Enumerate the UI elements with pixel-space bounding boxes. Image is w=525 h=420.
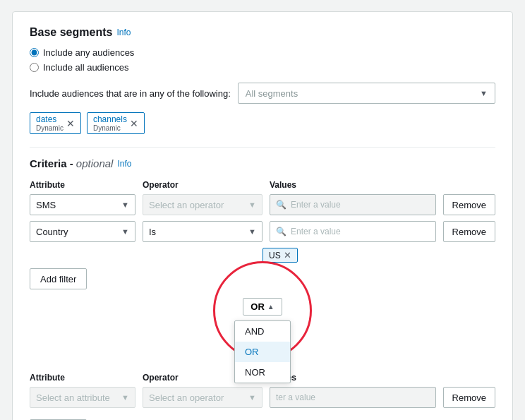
logic-option-nor[interactable]: NOR — [235, 362, 290, 383]
tag-dates-inner: dates Dynamic — [36, 114, 64, 132]
tag-channels-remove-icon[interactable]: ✕ — [130, 119, 138, 128]
tag-dates-remove-icon[interactable]: ✕ — [66, 119, 75, 128]
value-tag-us: US ✕ — [262, 248, 298, 263]
col-header-values-2: Values — [270, 372, 495, 383]
col-header-attribute-2: Attribute — [30, 372, 135, 383]
radio-any-label: Include any audiences — [43, 47, 134, 58]
remove-btn-country[interactable]: Remove — [443, 221, 495, 242]
radio-group: Include any audiences Include all audien… — [30, 47, 495, 73]
attribute-select-second[interactable]: Select an attribute ▼ — [30, 387, 135, 408]
logic-arrow-icon: ▲ — [267, 303, 274, 311]
segments-dropdown[interactable]: All segments ▼ — [238, 83, 495, 104]
operator-second-arrow-icon: ▼ — [248, 393, 256, 402]
divider-1 — [30, 147, 495, 148]
logic-operator-container: OR ▲ AND OR NOR — [30, 298, 495, 316]
segments-arrow-icon: ▼ — [480, 89, 488, 97]
base-segments-title: Base segments — [30, 26, 112, 39]
attribute-country-arrow-icon: ▼ — [121, 227, 129, 236]
remove-btn-sms[interactable]: Remove — [443, 194, 495, 215]
operator-country-value: Is — [149, 227, 156, 237]
logic-dropdown: AND OR NOR — [234, 320, 291, 383]
value-input-country[interactable]: 🔍 Enter a value — [270, 221, 436, 242]
include-row: Include audiences that are in any of the… — [30, 83, 495, 104]
radio-all-label: Include all audiences — [43, 62, 128, 73]
operator-select-sms[interactable]: Select an operator ▼ — [143, 194, 262, 215]
attribute-select-country[interactable]: Country ▼ — [30, 221, 135, 242]
attribute-sms-value: SMS — [36, 200, 56, 210]
attribute-sms-arrow-icon: ▼ — [121, 200, 129, 209]
col-header-operator: Operator — [143, 179, 262, 190]
filter-row-second: Select an attribute ▼ Select an operator… — [30, 387, 495, 408]
operator-sms-arrow-icon: ▼ — [248, 200, 256, 209]
operator-country-arrow-icon: ▼ — [248, 227, 256, 236]
col-header-values: Values — [270, 179, 495, 190]
base-segments-info-link[interactable]: Info — [116, 28, 131, 37]
tags-row: dates Dynamic ✕ channels Dynamic ✕ — [30, 112, 495, 134]
operator-second-placeholder: Select an operator — [149, 392, 224, 403]
value-tag-us-text: US — [269, 251, 281, 260]
value-tag-row: US ✕ — [262, 248, 495, 263]
value-input-sms: 🔍 Enter a value — [270, 194, 436, 215]
operator-select-country[interactable]: Is ▼ — [143, 221, 262, 242]
tag-dates: dates Dynamic ✕ — [30, 112, 81, 134]
criteria-title: Criteria - optional — [30, 157, 113, 169]
value-second-placeholder: ter a value — [276, 392, 315, 402]
logic-operator-value: OR — [251, 301, 265, 312]
value-input-second: ter a value — [270, 387, 436, 408]
radio-all-input[interactable] — [30, 63, 39, 72]
criteria-optional-text: optional — [76, 157, 114, 169]
logic-option-and[interactable]: AND — [235, 321, 290, 342]
base-segments-header: Base segments Info — [30, 26, 495, 39]
filter-row-country: Country ▼ Is ▼ 🔍 Enter a value Remove — [30, 221, 495, 242]
attribute-second-arrow-icon: ▼ — [121, 393, 129, 402]
filter-row-header: Attribute Operator Values — [30, 179, 495, 190]
criteria-title-text: Criteria - — [30, 157, 73, 169]
search-icon-sms: 🔍 — [276, 200, 286, 210]
radio-any[interactable]: Include any audiences — [30, 47, 495, 58]
tag-channels-inner: channels Dynamic — [93, 114, 127, 132]
logic-option-or[interactable]: OR — [235, 342, 290, 362]
logic-operator-btn[interactable]: OR ▲ — [243, 298, 282, 316]
tag-channels-sub: Dynamic — [93, 124, 127, 132]
remove-btn-second[interactable]: Remove — [443, 387, 495, 408]
col-header-attribute: Attribute — [30, 179, 135, 190]
include-label: Include audiences that are in any of the… — [30, 88, 231, 99]
attribute-second-placeholder: Select an attribute — [36, 392, 110, 403]
segments-placeholder: All segments — [246, 88, 298, 99]
search-icon-country: 🔍 — [276, 227, 286, 236]
page-container: Base segments Info Include any audiences… — [12, 11, 513, 420]
tag-channels: channels Dynamic ✕ — [87, 112, 145, 134]
attribute-country-value: Country — [36, 227, 68, 237]
filter-row-sms: SMS ▼ Select an operator ▼ 🔍 Enter a val… — [30, 194, 495, 215]
criteria-block-1: Attribute Operator Values SMS ▼ Select a… — [30, 179, 495, 289]
criteria-header: Criteria - optional Info — [30, 157, 495, 169]
tag-channels-label: channels — [93, 114, 127, 124]
operator-sms-placeholder: Select an operator — [149, 200, 224, 210]
tag-dates-sub: Dynamic — [36, 124, 64, 132]
attribute-select-sms[interactable]: SMS ▼ — [30, 194, 135, 215]
value-country-placeholder: Enter a value — [291, 227, 341, 236]
value-sms-placeholder: Enter a value — [291, 200, 341, 210]
add-filter-btn-1[interactable]: Add filter — [30, 268, 87, 289]
criteria-info-link[interactable]: Info — [117, 159, 131, 169]
radio-any-input[interactable] — [30, 48, 39, 57]
tag-dates-label: dates — [36, 114, 64, 124]
radio-all[interactable]: Include all audiences — [30, 62, 495, 73]
operator-select-second[interactable]: Select an operator ▼ — [143, 387, 262, 408]
value-tag-us-remove-icon[interactable]: ✕ — [284, 250, 291, 260]
